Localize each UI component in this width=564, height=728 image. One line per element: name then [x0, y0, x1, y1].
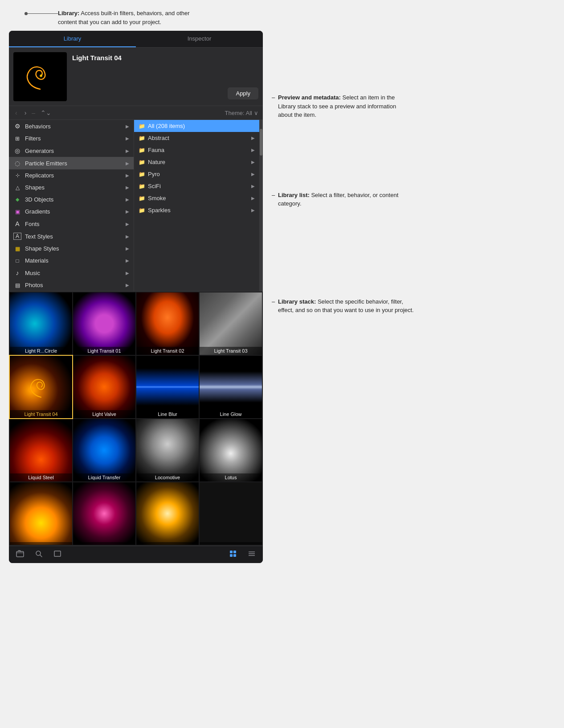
category-label: Shape Styles: [25, 245, 59, 252]
theme-label: Theme: All: [225, 110, 252, 116]
grid-item-light-transit-04[interactable]: Light Transit 04: [10, 356, 72, 418]
grid-item-light-transit-01[interactable]: Light Transit 01: [73, 292, 135, 355]
category-item-shape-styles[interactable]: ▦ Shape Styles ▶: [9, 243, 134, 255]
library-panel: Library Inspector: [9, 31, 263, 563]
category-item-3d-objects[interactable]: ◆ 3D Objects ▶: [9, 193, 134, 206]
forward-button[interactable]: ›: [23, 108, 29, 117]
text-styles-icon: A: [13, 233, 21, 240]
bottom-toolbar: [9, 546, 263, 563]
preview-thumbnail: [13, 52, 67, 101]
folder-icon: 📁: [139, 183, 145, 189]
grid-item-light-transit-03[interactable]: Light Transit 03: [200, 292, 262, 355]
grid-item-bottom-4[interactable]: [200, 482, 262, 545]
tab-inspector[interactable]: Inspector: [136, 31, 263, 47]
category-item-fonts[interactable]: A Fonts ▶: [9, 218, 134, 230]
preview-toggle-button[interactable]: [52, 549, 63, 560]
sub-item-smoke[interactable]: 📁 Smoke ▶: [134, 192, 259, 204]
category-item-photos[interactable]: ▤ Photos ▶: [9, 279, 134, 291]
grid-item-label: Light Transit 04: [10, 410, 72, 418]
grid-item-liquid-steel[interactable]: Liquid Steel: [10, 419, 72, 481]
grid-item-label: Light Transit 03: [200, 347, 262, 355]
grid-item-locomotive[interactable]: Locomotive: [136, 419, 199, 481]
grid-thumb: [136, 419, 199, 481]
category-label: Shapes: [25, 184, 45, 191]
grid-item-label: Light Transit 02: [136, 347, 199, 355]
category-item-replicators[interactable]: ⊹ Replicators ▶: [9, 169, 134, 181]
category-label: Photos: [25, 282, 43, 288]
folder-icon: 📁: [139, 147, 145, 153]
folder-icon: 📁: [139, 171, 145, 177]
grid-item-light-ring-circle[interactable]: Light R...Circle: [10, 292, 72, 355]
sub-item-fauna[interactable]: 📁 Fauna ▶: [134, 144, 259, 156]
expand-icon: ▶: [126, 246, 129, 251]
grid-item-bottom-2[interactable]: [73, 482, 135, 545]
grid-item-line-glow[interactable]: Line Glow: [200, 356, 262, 418]
3d-objects-icon: ◆: [13, 197, 21, 202]
sub-item-pyro[interactable]: 📁 Pyro ▶: [134, 168, 259, 180]
shapes-icon: △: [13, 185, 21, 191]
category-label: Text Styles: [25, 233, 53, 240]
grid-thumb: [73, 419, 135, 481]
grid-thumb: [10, 482, 72, 545]
generators-icon: ◎: [13, 147, 21, 154]
annotation-library-stack: – Library stack: Select the specific beh…: [272, 297, 414, 315]
category-item-text-styles[interactable]: A Text Styles ▶: [9, 230, 134, 243]
category-item-behaviors[interactable]: ⚙ Behaviors ▶: [9, 120, 134, 132]
grid-item-label: [10, 542, 72, 545]
add-button[interactable]: [14, 549, 26, 560]
folder-icon: 📁: [139, 207, 145, 214]
category-item-shapes[interactable]: △ Shapes ▶: [9, 181, 134, 193]
grid-item-line-blur[interactable]: Line Blur: [136, 356, 199, 418]
annotation-preview-metadata: – Preview and metadata: Select an item i…: [272, 93, 405, 119]
annotations-wrapper: – Preview and metadata: Select an item i…: [272, 31, 414, 563]
sort-button[interactable]: ⌃⌄: [39, 108, 53, 117]
search-icon: [35, 550, 43, 558]
main-panel: Library Inspector: [9, 31, 414, 563]
theme-dropdown[interactable]: Theme: All ∨: [225, 110, 258, 116]
materials-icon: □: [13, 258, 21, 264]
apply-button[interactable]: Apply: [228, 87, 258, 99]
sub-item-nature[interactable]: 📁 Nature ▶: [134, 156, 259, 168]
grid-item-bottom-1[interactable]: [10, 482, 72, 545]
category-item-particle-emitters[interactable]: ◌ Particle Emitters ▶: [9, 157, 134, 169]
grid-item-label: Light Transit 01: [73, 347, 135, 355]
sub-item-sparkles[interactable]: 📁 Sparkles ▶: [134, 204, 259, 216]
category-label: Fonts: [25, 221, 40, 227]
grid-view-button[interactable]: [227, 549, 239, 560]
transit04-preview: [23, 370, 59, 404]
sub-item-all[interactable]: 📁 All (208 items): [134, 120, 259, 132]
grid-item-liquid-transfer[interactable]: Liquid Transfer: [73, 419, 135, 481]
svg-rect-6: [233, 551, 236, 553]
list-scrollbar[interactable]: [259, 120, 263, 291]
svg-rect-5: [230, 551, 233, 553]
list-view-button[interactable]: [246, 549, 257, 560]
folder-icon: 📁: [139, 135, 145, 141]
category-item-filters[interactable]: ⊞ Filters ▶: [9, 132, 134, 144]
list-area: ⚙ Behaviors ▶ ⊞ Filters ▶ ◎ Generators ▶: [9, 120, 263, 292]
scrollbar-thumb: [260, 129, 262, 156]
sub-item-label: Pyro: [148, 171, 160, 177]
preview-canvas: [13, 52, 67, 101]
search-button[interactable]: [33, 549, 45, 560]
grid-item-light-valve[interactable]: Light Valve: [73, 356, 135, 418]
grid-item-lotus[interactable]: Lotus: [200, 419, 262, 481]
grid-item-bottom-3[interactable]: [136, 482, 199, 545]
back-button[interactable]: ‹: [13, 108, 19, 117]
grid-item-label: [73, 542, 135, 545]
category-label: 3D Objects: [25, 196, 53, 203]
category-item-music[interactable]: ♪ Music ▶: [9, 267, 134, 279]
tab-library[interactable]: Library: [9, 31, 136, 47]
expand-icon: ▶: [126, 234, 129, 239]
sub-item-scifi[interactable]: 📁 SciFi ▶: [134, 180, 259, 192]
grid-thumb: [73, 356, 135, 418]
grid-item-label: Light Valve: [73, 410, 135, 418]
annotation-title: Preview and metadata:: [278, 94, 341, 101]
sub-item-abstract[interactable]: 📁 Abstract ▶: [134, 132, 259, 144]
category-item-materials[interactable]: □ Materials ▶: [9, 255, 134, 267]
grid-item-light-transit-02[interactable]: Light Transit 02: [136, 292, 199, 355]
grid-thumb: [200, 292, 262, 355]
category-item-generators[interactable]: ◎ Generators ▶: [9, 144, 134, 157]
replicators-icon: ⊹: [13, 173, 21, 178]
category-item-gradients[interactable]: ▣ Gradients ▶: [9, 206, 134, 218]
grid-thumb: [200, 356, 262, 418]
